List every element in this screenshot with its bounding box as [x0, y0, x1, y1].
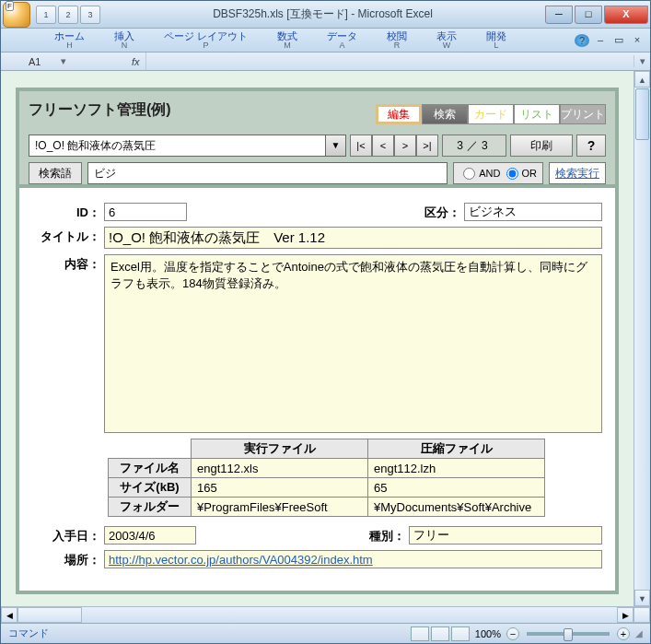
minimize-button[interactable]: ─: [545, 6, 573, 24]
close-button[interactable]: X: [604, 6, 648, 24]
mode-search[interactable]: 検索: [422, 104, 468, 124]
cell-filename-exec[interactable]: engt112.xls: [192, 459, 368, 478]
scroll-down-icon[interactable]: ▼: [634, 590, 650, 606]
tab-data[interactable]: データA: [320, 29, 365, 52]
search-input[interactable]: [87, 162, 448, 184]
resize-grip-icon[interactable]: ◢: [632, 628, 646, 638]
tab-dev[interactable]: 開発L: [479, 29, 514, 52]
titlebar: 1 2 3 DBSF325h.xls [互換モード] - Microsoft E…: [1, 1, 650, 29]
tab-view[interactable]: 表示W: [429, 29, 464, 52]
record-counter: 3／3: [442, 135, 506, 157]
radio-group: AND OR: [453, 162, 543, 184]
vertical-scrollbar[interactable]: ▲ ▼: [634, 71, 650, 606]
window-title: DBSF325h.xls [互換モード] - Microsoft Excel: [100, 6, 545, 22]
field-date[interactable]: [104, 526, 196, 544]
panel-help-button[interactable]: ?: [576, 135, 606, 157]
radio-and[interactable]: [463, 168, 475, 180]
panel: フリーソフト管理(例) 編集 検索 カード リスト プリント ▼ |< <: [16, 88, 619, 594]
view-pagebreak[interactable]: [451, 626, 470, 641]
label-kubun: 区分: [424, 203, 464, 221]
zoom-out[interactable]: −: [506, 627, 519, 640]
label-title: タイトル: [32, 227, 104, 245]
qat-3[interactable]: 3: [80, 6, 100, 24]
panel-title: フリーソフト管理(例): [29, 100, 171, 120]
mode-edit[interactable]: 編集: [376, 104, 422, 124]
tab-insert[interactable]: 挿入N: [107, 29, 142, 52]
tab-formula[interactable]: 数式M: [270, 29, 305, 52]
zoom-level[interactable]: 100%: [471, 628, 505, 639]
cell-size-zip[interactable]: 65: [368, 478, 545, 498]
th-exec: 実行ファイル: [192, 439, 368, 459]
label-content: 内容: [32, 254, 104, 273]
dropdown-toggle[interactable]: ▼: [326, 135, 346, 157]
th-zip: 圧縮ファイル: [368, 439, 545, 459]
view-normal[interactable]: [411, 626, 429, 641]
tab-pagelayout[interactable]: ページ レイアウトP: [157, 29, 255, 52]
ribbon-minimize[interactable]: –: [593, 34, 608, 47]
search-label: 検索語: [29, 162, 82, 184]
radio-or[interactable]: [506, 168, 518, 180]
field-place[interactable]: http://hp.vector.co.jp/authors/VA004392/…: [104, 550, 602, 568]
mode-print[interactable]: プリント: [560, 104, 606, 124]
field-type[interactable]: [409, 526, 602, 544]
field-id[interactable]: [104, 203, 187, 221]
tab-home[interactable]: ホームH: [47, 29, 92, 52]
cell-size-exec[interactable]: 165: [192, 478, 368, 498]
name-box[interactable]: A1: [1, 56, 56, 67]
label-place: 場所: [32, 550, 104, 568]
mode-card[interactable]: カード: [468, 104, 514, 124]
horizontal-scrollbar[interactable]: ◀ ▶: [1, 606, 650, 623]
zoom-slider[interactable]: [527, 632, 610, 636]
maximize-button[interactable]: □: [575, 6, 602, 24]
print-button[interactable]: 印刷: [510, 135, 573, 157]
record-dropdown[interactable]: [29, 135, 326, 157]
nav-next[interactable]: >: [394, 135, 416, 157]
field-kubun[interactable]: [464, 203, 602, 221]
mode-list[interactable]: リスト: [514, 104, 560, 124]
scroll-thumb[interactable]: [635, 88, 649, 140]
search-exec-button[interactable]: 検索実行: [549, 162, 606, 184]
label-type: 種別: [369, 526, 409, 544]
formula-input[interactable]: [145, 53, 634, 70]
formula-bar: A1 ▾ fx ▾: [1, 53, 650, 71]
name-dropdown[interactable]: ▾: [56, 55, 71, 67]
ribbon: ホームH 挿入N ページ レイアウトP 数式M データA 校閲R 表示W 開発L…: [1, 29, 650, 53]
nav-last[interactable]: >|: [416, 135, 438, 157]
cell-filename-zip[interactable]: engt112.lzh: [368, 459, 545, 478]
doc-restore[interactable]: ▭: [611, 34, 626, 47]
qat-2[interactable]: 2: [58, 6, 78, 24]
scroll-up-icon[interactable]: ▲: [634, 71, 650, 88]
office-orb[interactable]: [3, 2, 30, 28]
help-icon[interactable]: ?: [575, 34, 589, 47]
cell-folder-exec[interactable]: ¥ProgramFiles¥FreeSoft: [192, 498, 368, 517]
cell-folder-zip[interactable]: ¥MyDocuments¥Soft¥Archive: [368, 498, 545, 517]
nav-first[interactable]: |<: [350, 135, 372, 157]
formula-expand[interactable]: ▾: [634, 55, 650, 67]
status-bar: コマンド 100% − + ◢: [1, 623, 650, 643]
nav-prev[interactable]: <: [372, 135, 394, 157]
fx-icon[interactable]: fx: [132, 56, 140, 67]
zoom-in[interactable]: +: [617, 627, 630, 640]
tab-review[interactable]: 校閲R: [379, 29, 414, 52]
status-text: コマンド: [1, 626, 56, 640]
view-pagelayout[interactable]: [431, 626, 449, 641]
file-table: 実行ファイル 圧縮ファイル ファイル名 engt112.xls engt112.…: [108, 439, 545, 517]
doc-close[interactable]: ×: [630, 34, 645, 47]
label-date: 入手日: [32, 526, 104, 544]
qat-1[interactable]: 1: [36, 6, 56, 24]
field-content[interactable]: Excel用。温度を指定することでAntoineの式で飽和液体の蒸気圧を自動計算…: [104, 254, 602, 433]
label-id: ID: [32, 203, 104, 221]
field-title[interactable]: [104, 227, 602, 249]
